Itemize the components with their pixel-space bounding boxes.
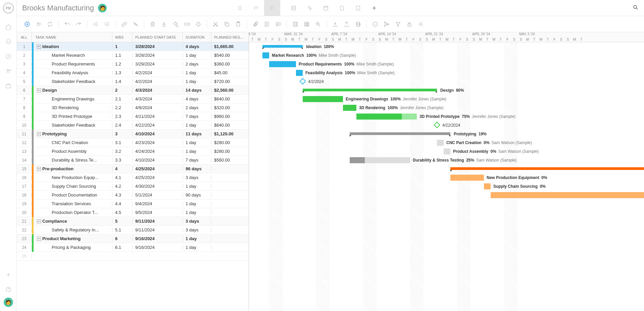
task-row[interactable]: 93D Printed Prototype2.34/11/20247 days$… — [17, 112, 249, 121]
gantt-task-bar[interactable] — [450, 175, 484, 181]
collapse-icon[interactable]: − — [37, 45, 41, 49]
task-row[interactable]: 1−Ideation13/28/20244 days$1,665.00 — [17, 42, 249, 51]
refresh-icon[interactable] — [45, 19, 55, 29]
task-row[interactable]: 24Pricing & Packaging6.19/16/20241 day — [17, 243, 249, 252]
gantt-summary-bar[interactable] — [262, 45, 303, 48]
gantt-task-bar[interactable] — [350, 157, 410, 163]
add-task-button[interactable] — [22, 19, 32, 29]
clock-icon[interactable] — [2, 50, 15, 63]
gantt-milestone[interactable] — [299, 78, 306, 85]
task-row[interactable]: 22Safety & Regulatory In...5.19/11/20243… — [17, 226, 249, 234]
view-calendar-icon[interactable] — [318, 0, 334, 16]
assign-icon[interactable] — [34, 19, 44, 29]
paste-icon[interactable] — [233, 19, 243, 29]
gantt-task-bar[interactable] — [269, 61, 296, 67]
collapse-icon[interactable]: − — [37, 88, 41, 92]
unlink-icon[interactable] — [131, 19, 141, 29]
gantt-task-bar[interactable] — [296, 70, 303, 76]
collapse-icon[interactable]: − — [37, 237, 41, 241]
gantt-task-bar[interactable] — [262, 52, 269, 58]
cut-icon[interactable] — [210, 19, 220, 29]
gantt-summary-bar[interactable] — [350, 132, 450, 135]
lock-icon[interactable] — [404, 19, 414, 29]
view-sheet-icon[interactable] — [286, 0, 302, 16]
gantt-task-bar[interactable] — [484, 183, 491, 189]
task-row[interactable]: 3Product Requirements1.23/29/20242 days$… — [17, 60, 249, 69]
view-gantt-icon[interactable] — [264, 0, 280, 16]
grid-icon[interactable] — [302, 19, 312, 29]
note-icon[interactable] — [262, 19, 272, 29]
task-row[interactable]: 11−Prototyping34/10/202411 days$1,120.00 — [17, 130, 249, 138]
task-row[interactable]: 6−Design24/3/202414 days$2,560.00 — [17, 86, 249, 95]
view-info-icon[interactable] — [350, 0, 366, 16]
print-icon[interactable] — [353, 19, 363, 29]
task-row[interactable]: 13Product Assembly3.24/24/20241 day$280.… — [17, 147, 249, 156]
outdent-icon[interactable] — [91, 19, 101, 29]
number-icon[interactable]: 123 — [182, 19, 192, 29]
task-row[interactable]: 15−Pre-production44/25/202496 days — [17, 165, 249, 173]
col-wbs[interactable]: WBS — [112, 32, 133, 42]
search-icon[interactable] — [633, 4, 639, 11]
shape-icon[interactable] — [193, 19, 203, 29]
filter-icon[interactable] — [393, 19, 403, 29]
gantt-milestone[interactable] — [434, 122, 440, 128]
col-all[interactable]: ALL — [17, 32, 32, 42]
task-row[interactable]: 4Feasibility Analysis1.34/2/20241 day$45… — [17, 69, 249, 77]
task-row[interactable]: 21−Compliance59/11/20243 days — [17, 217, 249, 226]
task-row[interactable]: 14Durability & Stress Te...3.34/10/20247… — [17, 156, 249, 165]
gantt-task-bar[interactable] — [437, 140, 444, 146]
task-row[interactable]: 12CNC Part Creation3.14/23/20241 day$280… — [17, 138, 249, 147]
gantt-summary-bar[interactable] — [303, 89, 437, 91]
col-duration[interactable]: DURATION — [183, 32, 211, 42]
project-avatar[interactable]: 🧑 — [98, 4, 107, 12]
fill-icon[interactable] — [170, 19, 181, 29]
col-start[interactable]: PLANNED START DATE — [133, 32, 183, 42]
task-row[interactable]: 16New Production Equip...4.14/25/20243 d… — [17, 173, 249, 182]
col-resource[interactable]: PLANNED RES... — [211, 32, 249, 42]
copy-icon[interactable] — [222, 19, 232, 29]
redo-icon[interactable] — [73, 19, 84, 29]
view-board-icon[interactable] — [248, 0, 264, 16]
home-icon[interactable] — [2, 20, 15, 34]
help-icon[interactable] — [2, 283, 15, 296]
col-name[interactable]: TASK NAME — [32, 32, 112, 42]
send-icon[interactable] — [382, 19, 392, 29]
task-row[interactable]: 18Product Documentation4.35/1/202490 day… — [17, 191, 249, 199]
app-logo[interactable]: PM — [3, 3, 14, 13]
settings-icon[interactable] — [416, 19, 426, 29]
gantt-task-bar[interactable] — [491, 192, 644, 198]
view-add-icon[interactable] — [366, 0, 382, 16]
gantt-task-bar[interactable] — [303, 96, 343, 102]
bell-icon[interactable] — [2, 35, 15, 48]
view-list-icon[interactable] — [232, 0, 248, 16]
gantt-task-bar[interactable] — [356, 114, 417, 120]
comment-icon[interactable] — [273, 19, 283, 29]
task-row[interactable]: 10Stakeholder Feedback2.44/22/20241 day$… — [17, 121, 249, 130]
link-icon[interactable] — [119, 19, 129, 29]
import-icon[interactable] — [330, 19, 340, 29]
gantt-task-bar[interactable] — [444, 148, 450, 154]
view-file-icon[interactable] — [334, 0, 350, 16]
task-row[interactable]: 5Stakeholder Feedback1.44/2/20241 day$72… — [17, 77, 249, 86]
info-icon[interactable] — [370, 19, 380, 29]
collapse-icon[interactable]: − — [37, 167, 41, 171]
zoom-icon[interactable] — [313, 19, 323, 29]
undo-icon[interactable] — [62, 19, 72, 29]
gantt-summary-bar[interactable] — [450, 167, 644, 170]
collapse-icon[interactable]: − — [37, 132, 41, 136]
task-row[interactable]: 17Supply Chain Sourcing4.24/30/20241 day — [17, 182, 249, 191]
attach-icon[interactable] — [250, 19, 260, 29]
indent-icon[interactable] — [102, 19, 112, 29]
briefcase-icon[interactable] — [2, 79, 15, 93]
delete-icon[interactable] — [148, 19, 158, 29]
task-row[interactable]: 7Engineering Drawings2.14/3/20244 days$6… — [17, 95, 249, 103]
task-row[interactable]: 20Production Operator T...4.59/5/20241 d… — [17, 208, 249, 217]
task-row[interactable]: 83D Rendering2.24/9/20242 days$320.00 — [17, 103, 249, 112]
view-activity-icon[interactable] — [302, 0, 318, 16]
task-row[interactable]: 2Market Research1.13/28/20241 day$540.00 — [17, 51, 249, 60]
user-avatar[interactable]: 🧑 — [4, 298, 13, 307]
task-row[interactable]: 23−Product Marketing69/16/20241 day — [17, 234, 249, 243]
columns-icon[interactable] — [290, 19, 300, 29]
text-color-icon[interactable] — [159, 19, 169, 29]
collapse-icon[interactable]: − — [37, 219, 41, 223]
